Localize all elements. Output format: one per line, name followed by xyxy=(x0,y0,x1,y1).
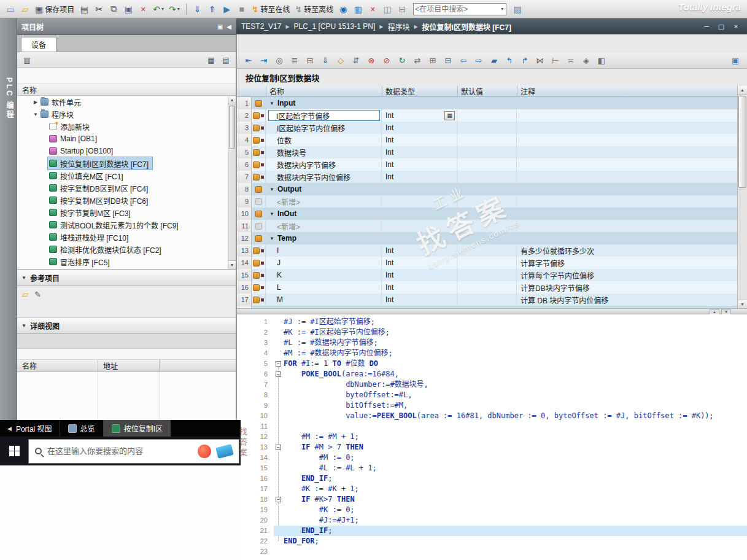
tree-item[interactable]: 按字复制M区到DB块 [FC6] xyxy=(17,194,228,206)
name-cell[interactable]: I区起始字节内位偏移 xyxy=(266,122,382,134)
assignment-list-icon[interactable]: ≍ xyxy=(564,55,578,67)
edit-reference-icon[interactable]: ✎ xyxy=(34,290,41,299)
new-project-icon[interactable]: ▭ xyxy=(4,2,17,16)
column-header-comment[interactable]: 注释 xyxy=(517,86,737,96)
name-cell-editing[interactable]: I区起始字节偏移 xyxy=(268,110,380,121)
snapshot-icon[interactable]: ◇ xyxy=(334,55,347,67)
code-text[interactable]: #L := #L + 1; xyxy=(284,463,747,473)
code-text[interactable]: POKE_BOOL(area:=16#84, xyxy=(284,369,747,379)
load-to-device-icon[interactable]: ⇓ xyxy=(319,55,332,67)
datatype-cell[interactable] xyxy=(382,208,457,220)
cross-references-icon[interactable]: ⋈ xyxy=(533,55,547,67)
datatype-cell[interactable]: Int xyxy=(382,171,457,183)
copy-snapshot-icon[interactable]: ⇵ xyxy=(349,55,363,67)
table-row[interactable]: 4位数Int xyxy=(237,134,737,146)
receive-alarms-icon[interactable]: ▥ xyxy=(351,2,365,16)
breadcrumb-item[interactable]: TEST2_V17 xyxy=(241,22,281,31)
code-text[interactable]: IF #K>7 THEN xyxy=(284,494,747,505)
datatype-cell[interactable]: Int xyxy=(382,122,457,134)
code-text[interactable] xyxy=(284,421,747,432)
datatype-cell[interactable] xyxy=(382,195,457,208)
details-column-address[interactable]: 地址 xyxy=(98,360,160,371)
show-library-icon[interactable]: ▨ xyxy=(511,2,524,16)
comment-cell[interactable]: 计算每个字节内位偏移 xyxy=(517,269,737,281)
table-row[interactable]: 7数据块内字节内位偏移Int xyxy=(237,171,737,183)
code-line[interactable]: 1#J := #I区起始字节偏移; xyxy=(237,317,747,327)
scroll-up-icon[interactable]: ▲ xyxy=(738,86,747,95)
code-line[interactable]: 8 byteOffset:=#L, xyxy=(237,390,747,400)
default-value-cell[interactable] xyxy=(457,134,517,146)
code-line[interactable]: 6− POKE_BOOL(area:=16#84, xyxy=(237,369,747,379)
code-text[interactable]: value:=PEEK_BOOL(area := 16#81, dbNumber… xyxy=(284,411,747,421)
tree-item[interactable]: 检测非优化数据块位状态 [FC2] xyxy=(17,243,228,255)
default-value-cell[interactable] xyxy=(457,109,517,122)
code-text[interactable]: FOR #I:= 1 TO #位数 DO xyxy=(284,359,747,369)
close-button[interactable]: × xyxy=(730,21,742,32)
search-dropdown-icon[interactable]: ▾ xyxy=(500,6,505,12)
comment-cell[interactable] xyxy=(517,97,737,109)
datatype-cell[interactable] xyxy=(382,232,457,244)
tab-fc7-editor[interactable]: 按位复制I区 xyxy=(104,420,171,437)
table-row[interactable]: 8▼Output xyxy=(237,183,737,195)
default-value-cell[interactable] xyxy=(457,122,517,134)
code-line[interactable]: 13− IF #M > 7 THEN xyxy=(237,442,747,453)
editor-splitter[interactable]: ▲ ▼ xyxy=(236,308,747,314)
datatype-cell[interactable]: Int xyxy=(382,257,457,269)
delete-icon[interactable]: × xyxy=(136,2,150,16)
code-line[interactable]: 3#L := #数据块内字节偏移; xyxy=(237,338,747,348)
table-row[interactable]: 16LInt计算DB块内字节偏移 xyxy=(237,281,737,294)
tree-item[interactable]: 按字复制DB区到M区 [FC4] xyxy=(17,182,228,194)
insert-row-icon[interactable]: ⇤ xyxy=(242,55,255,67)
minimize-button[interactable]: ─ xyxy=(700,21,713,32)
accessible-devices-icon[interactable]: ◉ xyxy=(336,2,350,16)
column-header-datatype[interactable]: 数据类型 xyxy=(382,86,457,96)
default-value-cell[interactable] xyxy=(457,171,517,183)
print-icon[interactable]: ▤ xyxy=(77,2,91,16)
previous-bookmark-icon[interactable]: ↰ xyxy=(503,55,516,67)
default-value-cell[interactable] xyxy=(457,281,517,294)
code-line[interactable]: 7 dbNumber:=#数据块号, xyxy=(237,379,747,390)
default-value-cell[interactable] xyxy=(457,183,517,195)
default-value-cell[interactable] xyxy=(457,158,517,171)
code-text[interactable]: IF #M > 7 THEN xyxy=(284,442,747,453)
code-text[interactable]: END_IF; xyxy=(284,473,747,484)
default-value-cell[interactable] xyxy=(457,257,517,269)
code-text[interactable]: bitOffset:=#M, xyxy=(284,400,747,411)
save-project-button[interactable]: ▦保存项目 xyxy=(33,2,76,16)
fold-toggle-icon[interactable]: − xyxy=(276,497,281,502)
tree-item[interactable]: 按字节复制M区 [FC3] xyxy=(17,206,228,219)
name-cell[interactable]: 数据块内字节偏移 xyxy=(266,158,382,171)
comment-cell[interactable] xyxy=(517,171,737,183)
comment-cell[interactable] xyxy=(517,220,737,232)
table-row[interactable]: 5数据块号Int xyxy=(237,146,737,158)
comment-cell[interactable]: 有多少位就循环多少次 xyxy=(517,244,737,257)
section-expander-icon[interactable]: ▼ xyxy=(269,236,274,241)
comment-cell[interactable] xyxy=(517,122,737,134)
datatype-cell[interactable]: Int xyxy=(382,244,457,257)
open-reference-project-icon[interactable]: ▱ xyxy=(22,290,28,299)
code-text[interactable]: #M := #M + 1; xyxy=(284,432,747,442)
table-row[interactable]: 6数据块内字节偏移Int xyxy=(237,158,737,171)
pin-panel-icon[interactable]: ▣ xyxy=(217,23,223,30)
code-line[interactable]: 4#M := #数据块内字节内位偏移; xyxy=(237,348,747,359)
scroll-thumb[interactable] xyxy=(229,106,235,149)
table-row[interactable]: 12▼Temp xyxy=(237,232,737,244)
scl-code-editor[interactable]: 1#J := #I区起始字节偏移;2#K := #I区起始字节内位偏移;3#L … xyxy=(236,314,747,560)
name-cell[interactable]: 数据块号 xyxy=(266,146,382,158)
undo-icon[interactable]: ↶▾ xyxy=(151,2,166,16)
upload-from-device-icon[interactable]: ⇑ xyxy=(206,2,219,16)
code-line[interactable]: 22END_FOR; xyxy=(237,536,747,546)
absolute-operands-icon[interactable]: ◧ xyxy=(595,55,608,67)
breadcrumb-item[interactable]: 按位复制I区到数据块 [FC7] xyxy=(422,21,511,32)
call-structure-icon[interactable]: ⊢ xyxy=(549,55,562,67)
section-expander-icon[interactable]: ▼ xyxy=(269,187,274,192)
fold-toggle-icon[interactable]: − xyxy=(276,361,281,367)
name-cell[interactable]: 位数 xyxy=(266,134,382,146)
code-line[interactable]: 19 #K := 0; xyxy=(237,505,747,515)
datatype-cell[interactable]: Int xyxy=(382,269,457,281)
vertical-split-icon[interactable]: ⊟ xyxy=(395,2,409,16)
bookmark-icon[interactable]: ▰ xyxy=(487,55,501,67)
table-row[interactable]: 15KInt计算每个字节内位偏移 xyxy=(237,269,737,281)
interface-table-scrollbar[interactable]: ▲ ▼ xyxy=(737,86,747,308)
default-value-cell[interactable] xyxy=(457,294,517,306)
